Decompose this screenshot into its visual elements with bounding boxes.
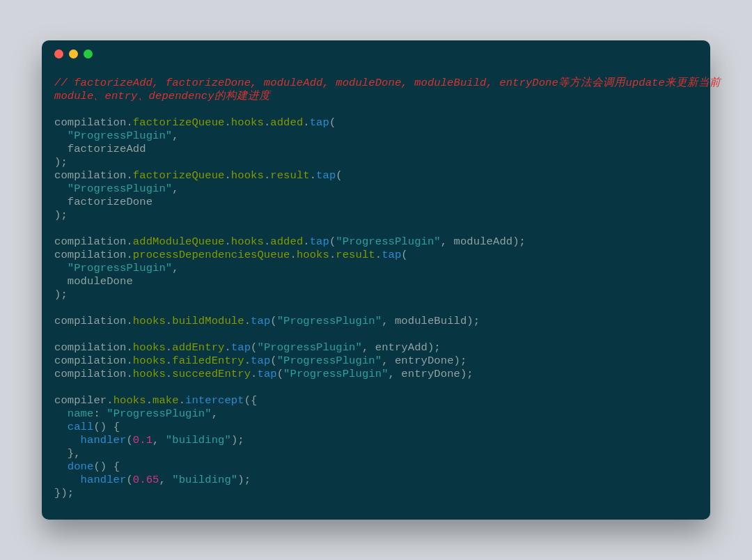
minimize-icon[interactable]	[69, 49, 78, 59]
code-comment: // factorizeAdd, factorizeDone, moduleAd…	[54, 77, 721, 102]
zoom-icon[interactable]	[84, 49, 93, 59]
window-titlebar	[42, 40, 710, 67]
code-block: // factorizeAdd, factorizeDone, moduleAd…	[42, 67, 710, 513]
code-window: // factorizeAdd, factorizeDone, moduleAd…	[42, 40, 710, 520]
close-icon[interactable]	[54, 49, 63, 59]
